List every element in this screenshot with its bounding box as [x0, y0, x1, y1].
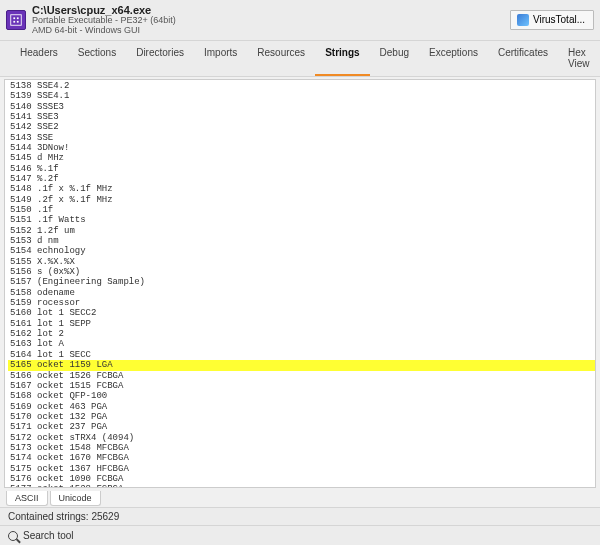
string-row[interactable]: 5142 SSE2 — [8, 122, 595, 132]
string-row[interactable]: 5153 d nm — [8, 236, 595, 246]
string-row[interactable]: 5160 lot 1 SECC2 — [8, 308, 595, 318]
search-label: Search tool — [23, 530, 74, 541]
string-row[interactable]: 5164 lot 1 SECC — [8, 350, 595, 360]
string-row[interactable]: 5156 s (0x%X) — [8, 267, 595, 277]
virustotal-button[interactable]: VirusTotal... — [510, 10, 594, 30]
string-row[interactable]: 5152 1.2f um — [8, 226, 595, 236]
search-bar[interactable]: Search tool — [0, 525, 600, 545]
tab-resources[interactable]: Resources — [247, 41, 315, 76]
svg-rect-4 — [17, 21, 19, 23]
app-icon — [6, 10, 26, 30]
encoding-tabs: ASCIIUnicode — [0, 490, 600, 507]
string-row[interactable]: 5166 ocket 1526 FCBGA — [8, 371, 595, 381]
string-row[interactable]: 5151 .1f Watts — [8, 215, 595, 225]
string-row[interactable]: 5147 %.2f — [8, 174, 595, 184]
tab-bar: HeadersSectionsDirectoriesImportsResourc… — [0, 41, 600, 77]
tab-strings[interactable]: Strings — [315, 41, 369, 76]
tab-debug[interactable]: Debug — [370, 41, 419, 76]
encoding-tab-ascii[interactable]: ASCII — [6, 491, 48, 506]
virustotal-icon — [517, 14, 529, 26]
title-block: C:\Users\cpuz_x64.exe Portable Executabl… — [32, 4, 510, 36]
string-row[interactable]: 5155 X.%X.%X — [8, 257, 595, 267]
string-row[interactable]: 5165 ocket 1159 LGA — [8, 360, 595, 370]
tab-hex-view[interactable]: Hex View — [558, 41, 600, 76]
search-icon — [8, 531, 18, 541]
status-text: Contained strings: 25629 — [8, 511, 119, 522]
string-row[interactable]: 5139 SSE4.1 — [8, 91, 595, 101]
string-row[interactable]: 5141 SSE3 — [8, 112, 595, 122]
string-row[interactable]: 5176 ocket 1090 FCBGA — [8, 474, 595, 484]
tab-headers[interactable]: Headers — [10, 41, 68, 76]
string-row[interactable]: 5167 ocket 1515 FCBGA — [8, 381, 595, 391]
string-row[interactable]: 5177 ocket 1528 FCBGA — [8, 484, 595, 488]
string-row[interactable]: 5148 .1f x %.1f MHz — [8, 184, 595, 194]
string-row[interactable]: 5170 ocket 132 PGA — [8, 412, 595, 422]
string-row[interactable]: 5158 odename — [8, 288, 595, 298]
string-row[interactable]: 5157 (Engineering Sample) — [8, 277, 595, 287]
virustotal-label: VirusTotal... — [533, 14, 585, 25]
string-row[interactable]: 5171 ocket 237 PGA — [8, 422, 595, 432]
tab-certificates[interactable]: Certificates — [488, 41, 558, 76]
string-row[interactable]: 5138 SSE4.2 — [8, 81, 595, 91]
tab-imports[interactable]: Imports — [194, 41, 247, 76]
tab-sections[interactable]: Sections — [68, 41, 126, 76]
string-row[interactable]: 5154 echnology — [8, 246, 595, 256]
strings-list[interactable]: 5138 SSE4.25139 SSE4.15140 SSSE35141 SSE… — [4, 79, 596, 488]
string-row[interactable]: 5146 %.1f — [8, 164, 595, 174]
tab-directories[interactable]: Directories — [126, 41, 194, 76]
string-row[interactable]: 5175 ocket 1367 HFCBGA — [8, 464, 595, 474]
string-row[interactable]: 5149 .2f x %.1f MHz — [8, 195, 595, 205]
string-row[interactable]: 5169 ocket 463 PGA — [8, 402, 595, 412]
string-row[interactable]: 5140 SSSE3 — [8, 102, 595, 112]
status-bar: Contained strings: 25629 — [0, 507, 600, 525]
string-row[interactable]: 5143 SSE — [8, 133, 595, 143]
string-row[interactable]: 5159 rocessor — [8, 298, 595, 308]
svg-rect-2 — [17, 17, 19, 19]
string-row[interactable]: 5174 ocket 1670 MFCBGA — [8, 453, 595, 463]
string-row[interactable]: 5161 lot 1 SEPP — [8, 319, 595, 329]
string-row[interactable]: 5163 lot A — [8, 339, 595, 349]
svg-rect-1 — [13, 17, 15, 19]
file-platform: AMD 64-bit - Windows GUI — [32, 26, 510, 36]
string-row[interactable]: 5162 lot 2 — [8, 329, 595, 339]
string-row[interactable]: 5145 d MHz — [8, 153, 595, 163]
string-row[interactable]: 5144 3DNow! — [8, 143, 595, 153]
svg-rect-3 — [13, 21, 15, 23]
string-row[interactable]: 5150 .1f — [8, 205, 595, 215]
tab-exceptions[interactable]: Exceptions — [419, 41, 488, 76]
string-row[interactable]: 5168 ocket QFP-100 — [8, 391, 595, 401]
app-header: C:\Users\cpuz_x64.exe Portable Executabl… — [0, 0, 600, 41]
pe-file-icon — [9, 13, 23, 27]
svg-rect-0 — [11, 15, 22, 26]
string-row[interactable]: 5173 ocket 1548 MFCBGA — [8, 443, 595, 453]
string-row[interactable]: 5172 ocket sTRX4 (4094) — [8, 433, 595, 443]
encoding-tab-unicode[interactable]: Unicode — [50, 491, 101, 506]
